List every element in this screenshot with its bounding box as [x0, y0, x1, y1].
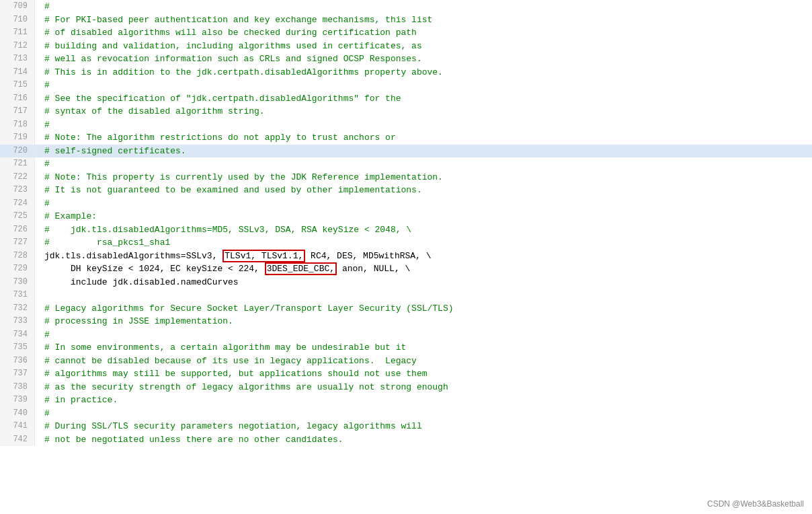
line-content: # not be negotiated unless there are no …	[35, 433, 343, 447]
line-content: # syntax of the disabled algorithm strin…	[35, 105, 265, 118]
line-number: 731	[0, 289, 35, 302]
line-content: # It is not guaranteed to be examined an…	[35, 184, 422, 197]
line-content: jdk.tls.disabledAlgorithms=SSLv3, TLSv1,…	[35, 250, 432, 263]
table-row: 731	[0, 289, 812, 302]
table-row: 732# Legacy algorithms for Secure Socket…	[0, 302, 812, 316]
table-row: 715#	[0, 79, 812, 92]
line-number: 712	[0, 40, 35, 53]
line-number: 710	[0, 13, 35, 27]
line-content: # Note: This property is currently used …	[35, 171, 443, 184]
table-row: 729 DH keySize < 1024, EC keySize < 224,…	[0, 262, 812, 276]
line-number: 714	[0, 66, 35, 79]
line-number: 715	[0, 79, 35, 92]
line-content: #	[35, 407, 50, 420]
table-row: 739# in practice.	[0, 394, 812, 407]
line-number: 725	[0, 210, 35, 223]
line-number: 728	[0, 250, 35, 263]
table-row: 736# cannot be disabled because of its u…	[0, 355, 812, 368]
table-row: 740#	[0, 407, 812, 420]
table-row: 741# During SSL/TLS security parameters …	[0, 420, 812, 433]
line-number: 738	[0, 381, 35, 394]
line-content: # This is in addition to the jdk.certpat…	[35, 66, 443, 79]
line-number: 723	[0, 184, 35, 197]
line-content: #	[35, 0, 50, 13]
line-number: 717	[0, 105, 35, 118]
line-number: 734	[0, 328, 35, 342]
line-number: 740	[0, 407, 35, 420]
table-row: 742# not be negotiated unless there are …	[0, 433, 812, 447]
table-row: 714# This is in addition to the jdk.cert…	[0, 66, 812, 79]
line-content: #	[35, 197, 50, 211]
line-number: 720	[0, 145, 35, 158]
line-content: # as the security strength of legacy alg…	[35, 381, 448, 394]
table-row: 722# Note: This property is currently us…	[0, 171, 812, 184]
line-content: # well as revocation information such as…	[35, 52, 422, 66]
line-content: DH keySize < 1024, EC keySize < 224, 3DE…	[35, 262, 410, 276]
line-content: # During SSL/TLS security parameters neg…	[35, 420, 422, 433]
line-content: # Legacy algorithms for Secure Socket La…	[35, 302, 454, 316]
line-number: 716	[0, 92, 35, 106]
line-number: 713	[0, 52, 35, 66]
table-row: 728jdk.tls.disabledAlgorithms=SSLv3, TLS…	[0, 250, 812, 263]
table-row: 733# processing in JSSE implementation.	[0, 315, 812, 328]
code-editor: 709#710# For PKI-based peer authenticati…	[0, 0, 812, 514]
line-content: #	[35, 157, 50, 171]
line-content: # In some environments, a certain algori…	[35, 341, 406, 355]
line-number: 722	[0, 171, 35, 184]
line-number: 739	[0, 394, 35, 407]
table-row: 709#	[0, 0, 812, 13]
line-content: # See the specification of "jdk.certpath…	[35, 92, 401, 106]
line-number: 733	[0, 315, 35, 328]
watermark-label: CSDN @Web3&Basketball	[707, 499, 804, 509]
line-content: # rsa_pkcs1_sha1	[35, 236, 170, 250]
line-number: 711	[0, 26, 35, 40]
table-row: 720# self-signed certificates.	[0, 145, 812, 158]
table-row: 712# building and validation, including …	[0, 40, 812, 53]
line-content: #	[35, 79, 50, 92]
table-row: 716# See the specification of "jdk.certp…	[0, 92, 812, 106]
table-row: 724#	[0, 197, 812, 211]
line-content: # algorithms may still be supported, but…	[35, 367, 428, 381]
line-content	[35, 289, 44, 302]
table-row: 726# jdk.tls.disabledAlgorithms=MD5, SSL…	[0, 223, 812, 237]
table-row: 734#	[0, 328, 812, 342]
line-number: 727	[0, 236, 35, 250]
table-row: 721#	[0, 157, 812, 171]
line-number: 735	[0, 341, 35, 355]
line-content: # self-signed certificates.	[35, 145, 186, 158]
table-row: 723# It is not guaranteed to be examined…	[0, 184, 812, 197]
line-number: 736	[0, 355, 35, 368]
line-content: # Example:	[35, 210, 97, 223]
line-content: # jdk.tls.disabledAlgorithms=MD5, SSLv3,…	[35, 223, 411, 237]
table-row: 737# algorithms may still be supported, …	[0, 367, 812, 381]
line-content: # For PKI-based peer authentication and …	[35, 13, 432, 27]
line-content: # of disabled algorithms will also be ch…	[35, 26, 417, 40]
line-number: 742	[0, 433, 35, 447]
table-row: 711# of disabled algorithms will also be…	[0, 26, 812, 40]
table-row: 727# rsa_pkcs1_sha1	[0, 236, 812, 250]
line-number: 724	[0, 197, 35, 211]
line-content: # Note: The algorithm restrictions do no…	[35, 131, 396, 145]
table-row: 718#	[0, 118, 812, 132]
table-row: 717# syntax of the disabled algorithm st…	[0, 105, 812, 118]
table-row: 713# well as revocation information such…	[0, 52, 812, 66]
table-row: 719# Note: The algorithm restrictions do…	[0, 131, 812, 145]
table-row: 730 include jdk.disabled.namedCurves	[0, 276, 812, 289]
line-number: 721	[0, 157, 35, 171]
line-number: 719	[0, 131, 35, 145]
table-row: 710# For PKI-based peer authentication a…	[0, 13, 812, 27]
line-number: 732	[0, 302, 35, 316]
line-number: 709	[0, 0, 35, 13]
line-number: 730	[0, 276, 35, 289]
table-row: 735# In some environments, a certain alg…	[0, 341, 812, 355]
line-content: # cannot be disabled because of its use …	[35, 355, 417, 368]
table-row: 738# as the security strength of legacy …	[0, 381, 812, 394]
line-content: # in practice.	[35, 394, 118, 407]
line-number: 741	[0, 420, 35, 433]
line-number: 737	[0, 367, 35, 381]
line-number: 726	[0, 223, 35, 237]
line-content: include jdk.disabled.namedCurves	[35, 276, 239, 289]
line-content: # processing in JSSE implementation.	[35, 315, 233, 328]
line-number: 729	[0, 262, 35, 276]
line-content: #	[35, 328, 50, 342]
